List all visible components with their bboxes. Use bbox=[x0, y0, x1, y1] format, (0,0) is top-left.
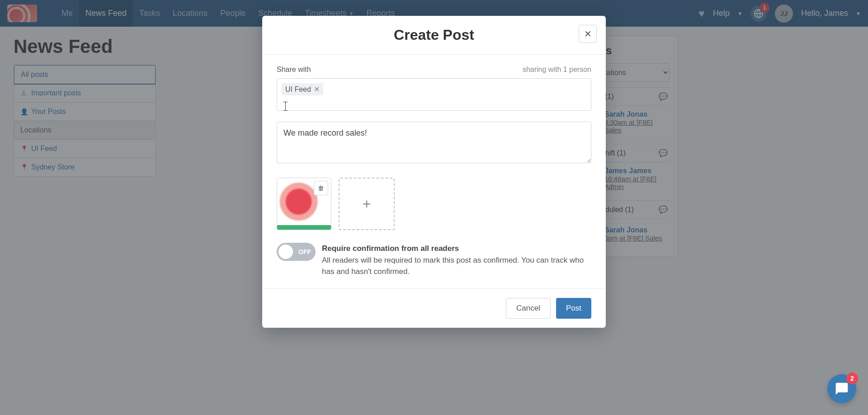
chat-bubble-icon bbox=[835, 382, 849, 396]
post-button[interactable]: Post bbox=[556, 298, 591, 319]
attachment-thumbnail: 🗑 bbox=[277, 178, 331, 230]
modal-footer: Cancel Post bbox=[262, 288, 606, 328]
create-post-modal: Create Post ✕ Share with sharing with 1 … bbox=[262, 16, 606, 328]
remove-tag-icon[interactable]: ✕ bbox=[314, 85, 320, 94]
plus-icon: + bbox=[363, 196, 371, 212]
post-content-textarea[interactable] bbox=[277, 122, 591, 163]
modal-title: Create Post bbox=[273, 27, 595, 43]
support-chat-button[interactable]: 2 bbox=[827, 374, 856, 403]
share-with-input[interactable]: UI Feed ✕ bbox=[277, 78, 591, 111]
require-confirmation-toggle[interactable]: OFF bbox=[277, 243, 316, 261]
close-icon: ✕ bbox=[584, 28, 592, 39]
toggle-state-label: OFF bbox=[298, 248, 311, 255]
attachments-row: 🗑 + bbox=[277, 178, 591, 230]
upload-progress-bar bbox=[277, 225, 331, 230]
share-tag: UI Feed ✕ bbox=[282, 83, 323, 95]
cancel-button[interactable]: Cancel bbox=[506, 298, 551, 319]
trash-icon: 🗑 bbox=[318, 184, 324, 192]
share-with-label: Share with bbox=[277, 66, 311, 74]
add-attachment-button[interactable]: + bbox=[339, 178, 395, 230]
delete-attachment-button[interactable]: 🗑 bbox=[314, 181, 328, 195]
close-button[interactable]: ✕ bbox=[579, 25, 597, 43]
share-count: sharing with 1 person bbox=[523, 66, 591, 74]
modal-overlay[interactable]: Create Post ✕ Share with sharing with 1 … bbox=[0, 0, 868, 415]
modal-header: Create Post ✕ bbox=[262, 16, 606, 55]
text-cursor bbox=[285, 102, 286, 111]
chat-unread-badge: 2 bbox=[846, 373, 858, 384]
toggle-knob bbox=[278, 245, 293, 259]
confirm-description: Require confirmation from all readers Al… bbox=[322, 243, 591, 278]
